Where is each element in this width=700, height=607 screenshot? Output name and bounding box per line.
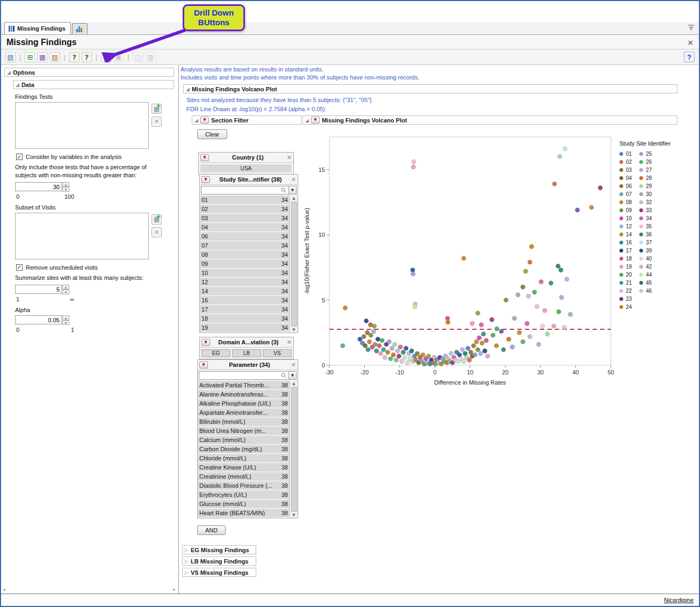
search-dropdown-icon[interactable]: ▼ [288,186,297,194]
domain-button-eg[interactable]: EG [201,349,230,357]
subset-visits-listbox[interactable] [15,213,149,259]
legend-item-01[interactable]: 01 [619,150,632,158]
site-search-input[interactable] [201,186,289,194]
legend-item-17[interactable]: 17 [619,247,632,255]
clear-tests-icon[interactable]: ✕ [151,117,162,127]
close-filter-icon[interactable]: ✕ [291,362,296,368]
panel-scroll-right-icon[interactable]: ▾ [172,587,175,592]
new-report-icon[interactable]: ▤ [5,52,16,62]
tab-chart[interactable] [72,23,88,34]
site-list-row[interactable]: 0834 [200,250,290,259]
site-list-row[interactable]: 1734 [200,305,290,314]
legend-item-44[interactable]: 44 [639,271,652,279]
site-list-row[interactable]: 0234 [200,205,290,214]
clear-button[interactable]: Clear [197,129,227,139]
site-list-row[interactable]: 0634 [200,232,290,241]
parameter-list-row[interactable]: Creatine Kinase (U/L)38 [198,463,290,472]
remove-unscheduled-checkbox[interactable]: ✓ Remove unscheduled visits [16,264,174,271]
legend-item-23[interactable]: 23 [619,295,632,303]
parameter-list-row[interactable]: Aspartate Aminotransfer...38 [198,408,290,417]
add-visits-icon[interactable]: ▦+ [151,214,162,225]
disclosure-closed-icon[interactable]: ▷ [185,547,189,553]
site-list-row[interactable]: 1934 [200,323,290,333]
min-subjects-spinner[interactable]: ▴▾ [62,285,69,294]
legend-item-40[interactable]: 40 [639,255,652,263]
close-filter-icon[interactable]: ✕ [287,154,292,161]
legend-item-37[interactable]: 37 [639,239,652,247]
parameter-list-row[interactable]: Diastolic Blood Pressure (...38 [198,481,290,490]
save-report-icon[interactable]: ▦ [37,52,47,62]
panel-scroll-left-icon[interactable]: ▾ [3,587,6,592]
outline-vs-missing-findings[interactable]: ▷VS Missing Findings [182,568,256,577]
site-list-row[interactable]: 0134 [200,196,290,205]
parameter-search-input[interactable] [199,371,289,380]
legend-item-29[interactable]: 29 [639,182,652,190]
legend-item-06[interactable]: 06 [619,182,632,190]
reopen-dialog-icon[interactable]: ? [69,52,80,62]
legend-item-16[interactable]: 16 [619,239,632,247]
findings-tests-listbox[interactable] [15,102,149,149]
min-subjects-input[interactable] [15,285,62,294]
outline-data[interactable]: ◢ Data [13,80,174,89]
legend-item-46[interactable]: 46 [639,287,652,295]
parameter-list-row[interactable]: Chloride (mmol/L)38 [198,454,290,463]
domain-button-lb[interactable]: LB [232,349,261,357]
legend-item-10[interactable]: 10 [619,214,632,222]
disclosure-open-icon[interactable]: ◢ [7,70,11,75]
parameter-list-row[interactable]: Bilirubin (mmol/L)38 [198,417,290,427]
legend-item-26[interactable]: 26 [639,158,652,166]
legend-item-34[interactable]: 34 [639,214,652,222]
legend-item-21[interactable]: 21 [619,279,632,287]
alpha-spinner[interactable]: ▴▾ [62,315,69,325]
site-list-row[interactable]: 1034 [200,269,290,278]
legend-item-39[interactable]: 39 [639,247,652,255]
parameter-list-row[interactable]: Calcium (mmol/L)38 [198,436,290,445]
and-button[interactable]: AND [197,525,226,535]
legend-item-04[interactable]: 04 [619,174,632,182]
parameter-list-row[interactable]: Alanine Aminotransferas...38 [198,390,290,399]
parameter-list-row[interactable]: Activated Partial Thromb...38 [198,381,290,390]
legend-item-27[interactable]: 27 [639,166,652,174]
outline-eg-missing-findings[interactable]: ▷EG Missing Findings [182,545,256,554]
red-triangle-icon[interactable]: ▼ [311,117,320,124]
legend-item-19[interactable]: 19 [619,263,632,271]
parameter-list-row[interactable]: Creatinine (mmol/L)38 [198,472,290,481]
disclosure-open-icon[interactable]: ◢ [194,118,198,123]
relaunch-analysis-icon[interactable]: ? [82,52,92,62]
site-list-row[interactable]: 0334 [200,214,290,223]
legend-item-25[interactable]: 25 [639,150,652,158]
legend-item-36[interactable]: 36 [639,230,652,239]
domain-button-vs[interactable]: VS [263,349,292,357]
close-filter-icon[interactable]: ✕ [287,339,292,346]
parameter-list-row[interactable]: Blood Urea Nitrogen (m...38 [198,427,290,436]
outline-section-filter[interactable]: ◢ ▼ Section Filter [192,115,301,125]
outline-volcano-plot-inner[interactable]: ◢ ▼ Missing Findings Volcano Plot [302,115,677,125]
outline-lb-missing-findings[interactable]: ▷LB Missing Findings [182,557,256,566]
legend-item-32[interactable]: 32 [639,198,652,206]
legend-item-30[interactable]: 30 [639,190,652,198]
disclosure-closed-icon[interactable]: ▷ [185,559,189,564]
consider-by-variables-checkbox[interactable]: ✓ Consider by variables in the analysis [16,154,174,160]
legend-item-07[interactable]: 07 [619,190,632,198]
percent-spinner[interactable]: ▴▾ [62,182,69,192]
clear-visits-icon[interactable]: ✕ [151,227,162,237]
disclosure-open-icon[interactable]: ◢ [16,82,19,88]
parameter-list-row[interactable]: Alkaline Phosphatase (U/L)38 [198,399,290,408]
red-triangle-icon[interactable]: ▼ [200,117,209,124]
outline-options[interactable]: ◢ Options [4,68,174,77]
site-list-row[interactable]: 1234 [200,278,290,287]
disclosure-closed-icon[interactable]: ▷ [185,570,189,575]
legend-item-14[interactable]: 14 [619,230,632,239]
legend-item-09[interactable]: 09 [619,206,632,214]
journal-icon[interactable]: ▨ [49,52,60,62]
site-list-scrollbar[interactable]: ▲▼ [290,196,298,333]
red-triangle-icon[interactable]: ▼ [201,176,210,183]
site-list-row[interactable]: 0734 [200,241,290,250]
alpha-input[interactable] [15,315,62,324]
funnel-icon[interactable] [688,24,695,33]
legend-item-42[interactable]: 42 [639,263,652,271]
legend-item-20[interactable]: 20 [619,271,632,279]
tab-missing-findings[interactable]: Missing Findings [4,22,71,34]
percent-input[interactable] [15,182,62,191]
legend-item-22[interactable]: 22 [619,287,632,295]
